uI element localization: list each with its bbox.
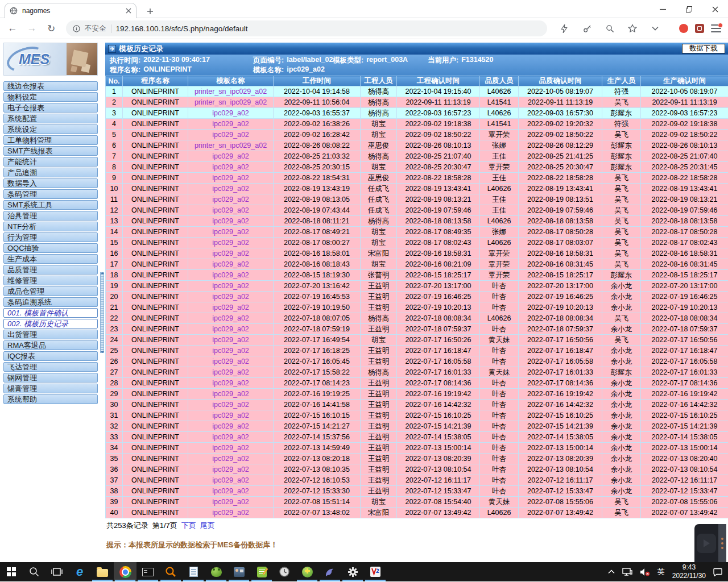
browser-menu-icon[interactable] xyxy=(711,24,721,32)
sidebar-collapse-handle[interactable] xyxy=(100,272,104,353)
start-button[interactable] xyxy=(0,562,23,581)
template-name-link[interactable]: ipc029_a02 xyxy=(188,464,274,475)
vnc-icon[interactable] xyxy=(364,562,387,581)
sidebar-item[interactable]: RMA客退品 xyxy=(3,340,98,350)
sidebar-item[interactable]: 锡膏管理 xyxy=(3,384,98,393)
sidebar-item[interactable]: 钢网管理 xyxy=(3,373,98,383)
sidebar-item[interactable]: 条码追溯系统 xyxy=(3,297,98,307)
sidebar-item[interactable]: 品质管理 xyxy=(3,265,98,275)
template-name-link[interactable]: ipc029_a02 xyxy=(188,443,274,454)
address-bar[interactable]: 不安全 192.168.100.18/sfc/S.php/nago/defaul… xyxy=(66,20,547,36)
template-name-link[interactable]: printer_sn_ipc029_a02 xyxy=(188,140,274,151)
tab-close-icon[interactable] xyxy=(126,8,131,14)
template-name-link[interactable]: ipc029_a02 xyxy=(188,194,274,205)
bookmark-star-icon[interactable] xyxy=(624,20,640,36)
data-download-button[interactable]: 数据下载 xyxy=(682,44,725,53)
extension-sunflower-icon[interactable] xyxy=(679,24,688,33)
clock-app-icon[interactable] xyxy=(273,562,296,581)
template-name-link[interactable]: ipc029_a02 xyxy=(188,346,274,356)
chevron-down-icon[interactable] xyxy=(647,20,663,36)
template-name-link[interactable]: ipc029_a02 xyxy=(188,227,274,238)
template-name-link[interactable]: ipc029_a02 xyxy=(188,151,274,162)
template-name-link[interactable]: ipc029_a02 xyxy=(188,281,274,292)
toad-icon[interactable] xyxy=(205,562,228,581)
network-icon[interactable] xyxy=(622,568,632,576)
workstation-app-icon[interactable] xyxy=(228,562,250,581)
template-name-link[interactable]: ipc029_a02 xyxy=(188,324,274,335)
window-maximize-button[interactable] xyxy=(676,0,702,18)
zoom-icon[interactable] xyxy=(602,20,618,36)
template-name-link[interactable]: ipc029_a02 xyxy=(188,270,274,281)
sidebar-item[interactable]: 条码管理 xyxy=(3,189,98,199)
sidebar-item[interactable]: 产能统计 xyxy=(3,157,98,167)
security-label[interactable]: 不安全 xyxy=(85,24,106,34)
template-name-link[interactable]: ipc029_a02 xyxy=(188,486,274,497)
new-tab-button[interactable] xyxy=(143,5,157,18)
sidebar-item[interactable]: 出货管理 xyxy=(3,330,98,339)
antivirus-shield-icon[interactable] xyxy=(296,562,318,581)
template-name-link[interactable]: ipc029_a02 xyxy=(188,162,274,173)
template-name-link[interactable]: ipc029_a02 xyxy=(188,508,274,518)
window-close-button[interactable] xyxy=(702,0,728,18)
template-name-link[interactable]: printer_sn_ipc029_a02 xyxy=(188,86,274,97)
orange-magnifier-icon[interactable] xyxy=(159,562,182,581)
volume-muted-icon[interactable] xyxy=(640,568,650,576)
settings-gear-icon[interactable] xyxy=(341,562,364,581)
action-center-icon[interactable] xyxy=(713,568,722,576)
sidebar-item[interactable]: OQC抽验 xyxy=(3,243,98,253)
sidebar-item[interactable]: 数据导入 xyxy=(3,178,98,188)
template-name-link[interactable]: ipc029_a02 xyxy=(188,259,274,270)
sidebar-item[interactable]: 成品仓管理 xyxy=(3,286,98,296)
template-name-link[interactable]: ipc029_a02 xyxy=(188,400,274,410)
template-name-link[interactable]: ipc029_a02 xyxy=(188,173,274,184)
sidebar-item[interactable]: 产品追溯 xyxy=(3,168,98,177)
sidebar-item[interactable]: 行为管理 xyxy=(3,232,98,242)
template-name-link[interactable]: ipc029_a02 xyxy=(188,292,274,302)
widget-dots-handle[interactable] xyxy=(718,524,726,562)
template-name-link[interactable]: ipc029_a02 xyxy=(188,119,274,130)
sidebar-item[interactable]: 系统帮助 xyxy=(3,394,98,404)
flash-icon[interactable] xyxy=(556,20,572,36)
next-page-link[interactable]: 下页 xyxy=(181,521,196,531)
sidebar-item[interactable]: 工单物料管理 xyxy=(3,135,98,145)
extension-red-icon[interactable] xyxy=(695,24,704,33)
template-name-link[interactable]: ipc029_a02 xyxy=(188,302,274,313)
info-icon[interactable] xyxy=(73,25,80,32)
template-name-link[interactable]: ipc029_a02 xyxy=(188,378,274,389)
remote-control-widget[interactable] xyxy=(694,524,726,562)
template-name-link[interactable]: ipc029_a02 xyxy=(188,238,274,248)
key-icon[interactable] xyxy=(579,20,595,36)
taskbar-search-icon[interactable] xyxy=(23,562,46,581)
sidebar-subitem[interactable]: 002. 模板历史记录 xyxy=(3,319,98,329)
template-name-link[interactable]: ipc029_a02 xyxy=(188,130,274,140)
sidebar-item[interactable]: NTF分析 xyxy=(3,222,98,231)
template-name-link[interactable]: ipc029_a02 xyxy=(188,475,274,486)
window-minimize-button[interactable] xyxy=(650,0,676,18)
sidebar-item[interactable]: IQC报表 xyxy=(3,351,98,361)
file-explorer-icon[interactable] xyxy=(91,562,114,581)
template-name-link[interactable]: ipc029_a02 xyxy=(188,421,274,432)
template-name-link[interactable]: ipc029_a02 xyxy=(188,108,274,119)
sidebar-item[interactable]: SMT产线报表 xyxy=(3,146,98,156)
back-icon[interactable]: ← xyxy=(5,20,20,36)
sidebar-subitem[interactable]: 001. 模板首件确认 xyxy=(3,308,98,318)
template-name-link[interactable]: ipc029_a02 xyxy=(188,432,274,443)
template-name-link[interactable]: ipc029_a02 xyxy=(188,216,274,227)
browser-tab[interactable]: nagomes xyxy=(5,3,136,18)
template-name-link[interactable]: ipc029_a02 xyxy=(188,454,274,464)
url-text[interactable]: 192.168.100.18/sfc/S.php/nago/default xyxy=(116,24,248,33)
template-name-link[interactable]: ipc029_a02 xyxy=(188,356,274,367)
forward-icon[interactable]: → xyxy=(24,20,40,36)
command-prompt-icon[interactable] xyxy=(136,562,159,581)
sidebar-item[interactable]: 飞达管理 xyxy=(3,362,98,372)
template-name-link[interactable]: ipc029_a02 xyxy=(188,389,274,400)
task-view-icon[interactable] xyxy=(46,562,68,581)
sidebar-item[interactable]: SMT系统工具 xyxy=(3,200,98,210)
sidebar-item[interactable]: 系统配置 xyxy=(3,114,98,123)
sidebar-item[interactable]: 生产成本 xyxy=(3,254,98,264)
sidebar-item[interactable]: 物料设定 xyxy=(3,92,98,102)
sidebar-item[interactable]: 系统设定 xyxy=(3,124,98,134)
refresh-icon[interactable]: ↻ xyxy=(43,20,59,36)
internet-explorer-icon[interactable]: e xyxy=(68,562,91,581)
template-name-link[interactable]: ipc029_a02 xyxy=(188,248,274,259)
